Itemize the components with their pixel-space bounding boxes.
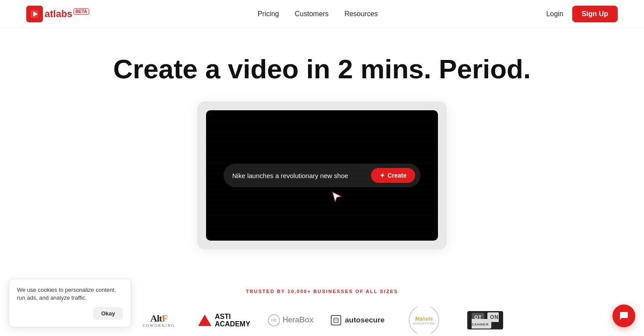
nav-pricing[interactable]: Pricing (258, 10, 279, 18)
chat-icon (619, 311, 629, 321)
demo-input-row: Nike launches a revolutionary new shoe ✦… (224, 164, 421, 187)
demo-create-button[interactable]: ✦ Create (371, 168, 416, 183)
trusted-label: TRUSTED BY 10,000+ BUSINESSES OF ALL SIZ… (246, 289, 398, 294)
cookie-okay-button[interactable]: Okay (93, 307, 123, 320)
star-icon: ✦ (380, 172, 385, 179)
altf-logo: AltF COWORKING (137, 307, 181, 333)
demo-frame: Nike launches a revolutionary new shoe ✦… (197, 102, 447, 249)
signup-button[interactable]: Sign Up (572, 6, 618, 22)
nav-links: Pricing Customers Resources (258, 10, 378, 18)
nav-right: Login Sign Up (546, 6, 618, 22)
demo-cursor (331, 190, 343, 204)
cookie-text: We use cookies to personalize content, r… (17, 286, 123, 302)
logo-icon (26, 6, 43, 22)
demo-screen: Nike launches a revolutionary new shoe ✦… (206, 110, 438, 241)
demo-input-text: Nike launches a revolutionary new shoe (232, 172, 368, 179)
logos-row: AltF COWORKING ASTIACADEMY HBHeraBox (137, 307, 507, 333)
svg-rect-4 (334, 318, 338, 322)
asti-logo: ASTIACADEMY (198, 307, 250, 333)
herabox-logo: HBHeraBox (268, 307, 314, 333)
manvis-logo: Manvis SINGAPORE (402, 307, 446, 333)
nav-customers[interactable]: Customers (295, 10, 329, 18)
logo[interactable]: atlabsBETA (26, 6, 89, 22)
chat-bubble-button[interactable] (612, 304, 635, 327)
otn-logo: OT ONZAHNER (463, 307, 507, 333)
autosecure-logo: autosecure (331, 307, 385, 333)
navbar: atlabsBETA Pricing Customers Resources L… (0, 0, 644, 28)
nav-resources[interactable]: Resources (344, 10, 378, 18)
cookie-banner: We use cookies to personalize content, r… (9, 279, 131, 327)
login-button[interactable]: Login (546, 10, 563, 18)
svg-marker-2 (332, 192, 341, 202)
svg-marker-3 (198, 315, 211, 326)
hero-title: Create a video in 2 mins. Period. (113, 54, 531, 84)
hero-section: Create a video in 2 mins. Period. Nike l… (0, 28, 644, 267)
